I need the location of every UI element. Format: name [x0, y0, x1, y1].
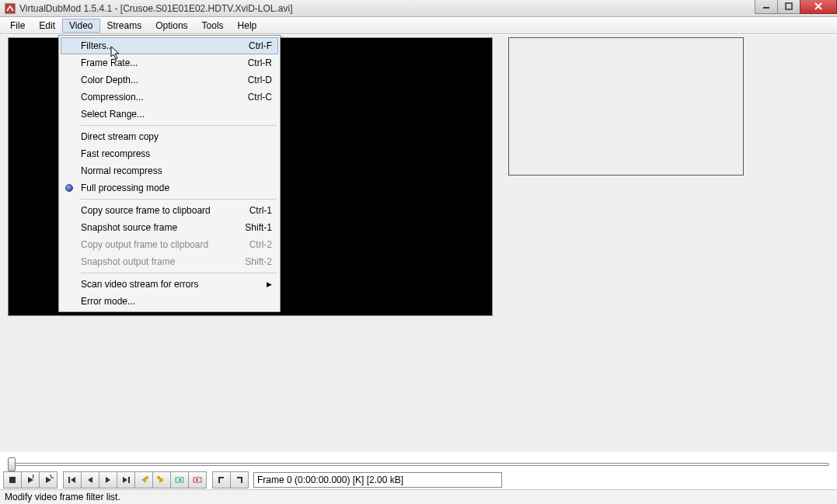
submenu-arrow-icon: ▶: [267, 280, 272, 288]
slider-track: [8, 463, 829, 466]
menu-separator: [81, 199, 277, 200]
menu-item-label: Snapshot output frame: [81, 256, 175, 267]
frame-info-text: Frame 0 (0:00:00.000) [K] [2.00 kB]: [257, 474, 403, 485]
menu-shortcut: Ctrl-2: [249, 239, 272, 250]
workspace: Filters... Ctrl-F Frame Rate... Ctrl-R C…: [0, 34, 837, 452]
radio-selected-icon: [65, 184, 73, 192]
menu-shortcut: Ctrl-R: [248, 57, 272, 68]
menu-item-label: Direct stream copy: [81, 131, 159, 142]
mark-in-button[interactable]: [212, 471, 231, 488]
menu-separator: [81, 125, 277, 126]
menu-item-snapshot-output-frame: Snapshot output frame Shift-2: [61, 253, 278, 270]
window-title: VirtualDubMod 1.5.4.1 - [Crusoe.S01E01E0…: [19, 3, 293, 14]
close-button[interactable]: [800, 0, 837, 14]
menu-item-full-processing-mode[interactable]: Full processing mode: [61, 179, 278, 196]
menu-item-label: Normal recompress: [81, 165, 162, 176]
menu-item-normal-recompress[interactable]: Normal recompress: [61, 162, 278, 179]
step-back-button[interactable]: [81, 471, 99, 488]
menu-item-copy-source-frame[interactable]: Copy source frame to clipboard Ctrl-1: [61, 202, 278, 219]
mark-out-button[interactable]: [230, 471, 249, 488]
menu-tools[interactable]: Tools: [195, 19, 231, 33]
menu-bar: File Edit Video Streams Options Tools He…: [0, 17, 837, 34]
menu-item-label: Full processing mode: [81, 182, 169, 193]
menu-options[interactable]: Options: [148, 19, 194, 33]
menu-item-direct-stream-copy[interactable]: Direct stream copy: [61, 128, 278, 145]
menu-edit[interactable]: Edit: [32, 19, 62, 33]
video-menu-dropdown: Filters... Ctrl-F Frame Rate... Ctrl-R C…: [58, 35, 281, 312]
status-bar: Modify video frame filter list.: [0, 489, 837, 504]
menu-file[interactable]: File: [3, 19, 32, 33]
menu-item-label: Copy output frame to clipboard: [81, 239, 208, 250]
menu-item-label: Error mode...: [81, 296, 135, 307]
menu-video[interactable]: Video: [62, 19, 99, 33]
menu-item-label: Scan video stream for errors: [81, 279, 198, 290]
svg-rect-6: [68, 477, 70, 483]
menu-item-label: Frame Rate...: [81, 57, 138, 68]
play-output-button[interactable]: O: [39, 471, 58, 488]
menu-item-label: Select Range...: [81, 109, 145, 120]
menu-item-error-mode[interactable]: Error mode...: [61, 293, 278, 310]
menu-item-label: Copy source frame to clipboard: [81, 205, 211, 216]
menu-item-label: Compression...: [81, 92, 144, 103]
go-start-button[interactable]: [63, 471, 82, 488]
transport-toolbar: I O Frame 0 (0:00:00.000) [K] [2.00 kB]: [3, 471, 834, 489]
step-forward-button[interactable]: [99, 471, 117, 488]
scene-next-button[interactable]: [188, 471, 207, 488]
svg-point-8: [145, 476, 148, 479]
menu-item-copy-output-frame: Copy output frame to clipboard Ctrl-2: [61, 236, 278, 253]
menu-item-label: Filters...: [81, 40, 114, 51]
svg-rect-7: [128, 477, 130, 483]
svg-text:I: I: [32, 474, 34, 481]
frame-info-display: Frame 0 (0:00:00.000) [K] [2.00 kB]: [253, 472, 502, 488]
key-prev-button[interactable]: [134, 471, 153, 488]
slider-thumb[interactable]: [8, 457, 16, 471]
menu-shortcut: Shift-2: [245, 256, 272, 267]
minimize-button[interactable]: [755, 0, 778, 14]
timeline-slider[interactable]: [8, 457, 829, 471]
svg-point-9: [157, 476, 160, 479]
menu-item-fast-recompress[interactable]: Fast recompress: [61, 145, 278, 162]
menu-item-scan-video-stream[interactable]: Scan video stream for errors ▶: [61, 276, 278, 293]
menu-item-label: Snapshot source frame: [81, 222, 177, 233]
app-icon: [5, 3, 16, 14]
menu-item-color-depth[interactable]: Color Depth... Ctrl-D: [61, 71, 278, 89]
menu-help[interactable]: Help: [231, 19, 264, 33]
maximize-button[interactable]: [777, 0, 800, 14]
svg-text:O: O: [50, 474, 54, 481]
menu-item-filters[interactable]: Filters... Ctrl-F: [61, 37, 278, 54]
title-bar: VirtualDubMod 1.5.4.1 - [Crusoe.S01E01E0…: [0, 0, 837, 17]
menu-separator: [81, 273, 277, 273]
menu-streams[interactable]: Streams: [100, 19, 149, 33]
key-next-button[interactable]: [152, 471, 171, 488]
go-end-button[interactable]: [117, 471, 135, 488]
menu-item-compression[interactable]: Compression... Ctrl-C: [61, 89, 278, 106]
play-input-button[interactable]: I: [21, 471, 40, 488]
menu-shortcut: Ctrl-1: [249, 205, 272, 216]
menu-shortcut: Ctrl-D: [248, 75, 272, 85]
stop-button[interactable]: [3, 471, 22, 488]
window-controls: [755, 0, 837, 14]
svg-rect-3: [9, 477, 16, 483]
menu-item-frame-rate[interactable]: Frame Rate... Ctrl-R: [61, 54, 278, 71]
status-text: Modify video frame filter list.: [5, 492, 120, 502]
menu-item-snapshot-source-frame[interactable]: Snapshot source frame Shift-1: [61, 219, 278, 236]
menu-shortcut: Shift-1: [245, 222, 272, 233]
menu-shortcut: Ctrl-F: [249, 40, 272, 51]
menu-item-label: Fast recompress: [81, 148, 150, 159]
menu-item-label: Color Depth...: [81, 75, 138, 85]
scene-prev-button[interactable]: [170, 471, 189, 488]
output-video-pane: [508, 37, 744, 176]
menu-shortcut: Ctrl-C: [248, 92, 272, 103]
menu-item-select-range[interactable]: Select Range...: [61, 106, 278, 123]
svg-rect-2: [786, 3, 792, 9]
